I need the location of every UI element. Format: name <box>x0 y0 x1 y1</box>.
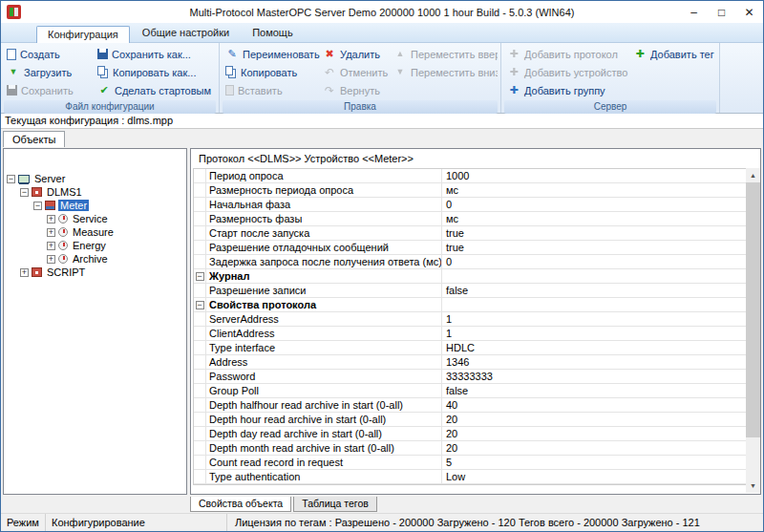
property-row[interactable]: Password33333333 <box>194 370 746 384</box>
property-value[interactable]: true <box>442 227 746 239</box>
property-row[interactable]: Type interfaceHDLC <box>194 341 746 355</box>
ribbon-button: Добавить устройство <box>504 63 630 81</box>
scrollbar-thumb[interactable] <box>746 182 760 437</box>
expand-icon[interactable]: + <box>47 255 55 264</box>
tree-item-script[interactable]: +SCRIPT <box>4 266 186 279</box>
property-row[interactable]: Depth day read archive in start (0-all)2… <box>194 427 746 441</box>
tree-item-meter[interactable]: −Meter <box>4 199 186 212</box>
property-row[interactable]: Разрешение записиfalse <box>194 284 746 298</box>
ribbon-button[interactable]: Копировать как... <box>95 63 216 81</box>
close-icon[interactable]: ✕ <box>735 1 763 23</box>
property-row[interactable]: Depth hour read archive in start (0-all)… <box>194 413 746 427</box>
expand-icon[interactable]: + <box>47 228 55 237</box>
property-row[interactable]: Размерность фазымс <box>194 212 746 226</box>
property-row[interactable]: Depth halfhour read archive in start (0-… <box>194 398 746 413</box>
tree-item-archive[interactable]: +Archive <box>4 252 186 266</box>
ribbon-group-1: ПереименоватьУдалитьПереместить вверхКоп… <box>220 43 501 113</box>
scroll-up-icon[interactable]: ▲ <box>746 168 760 182</box>
row-gutter <box>194 355 206 369</box>
bottom-tab-1[interactable]: Таблица тегов <box>293 497 377 512</box>
row-gutter <box>194 198 206 211</box>
expand-icon[interactable]: + <box>47 215 55 223</box>
ribbon-button[interactable]: Переименовать <box>223 45 320 63</box>
property-value[interactable]: 0 <box>442 256 746 267</box>
ribbon-button-label: Переименовать <box>243 49 320 60</box>
protocol-icon <box>32 187 42 197</box>
property-panel-header: Протокол <<DLMS>> Устройство <<Meter>> <box>191 149 760 168</box>
property-value[interactable]: 1 <box>442 328 746 339</box>
property-value[interactable]: HDLC <box>442 342 746 353</box>
property-value[interactable]: 20 <box>442 428 746 439</box>
vertical-scrollbar[interactable]: ▲ ▼ <box>746 168 760 493</box>
row-gutter <box>194 312 206 326</box>
tab-objects[interactable]: Объекты <box>3 131 65 147</box>
property-row[interactable]: Count read record in request5 <box>194 456 746 470</box>
property-row[interactable]: Начальная фаза0 <box>194 198 746 212</box>
tree-item-service[interactable]: +Service <box>4 212 186 225</box>
property-row[interactable]: Старт после запускаtrue <box>194 226 746 241</box>
property-value[interactable]: true <box>442 242 746 253</box>
main-area: −Server−DLMS1−Meter+Service+Measure+Ener… <box>1 147 763 497</box>
ribbon-button[interactable]: Сделать стартовым <box>95 81 216 99</box>
ribbon-button[interactable]: Сохранить как... <box>95 45 216 63</box>
menu-tab-0[interactable]: Конфигурация <box>36 26 130 43</box>
tree-item-dlms1[interactable]: −DLMS1 <box>4 185 186 199</box>
property-value[interactable]: мс <box>442 184 746 196</box>
ribbon-button[interactable]: Создать <box>4 45 95 63</box>
property-value[interactable]: 20 <box>442 442 746 454</box>
ribbon-button[interactable]: Удалить <box>320 45 391 63</box>
ribbon-button[interactable]: Копировать <box>223 63 320 81</box>
property-value[interactable]: 1346 <box>442 356 746 368</box>
property-value[interactable]: false <box>442 285 746 296</box>
property-value[interactable]: 20 <box>442 414 746 425</box>
ribbon-button[interactable]: Загрузить <box>4 63 95 81</box>
property-row[interactable]: Разрешение отладочных сообщенийtrue <box>194 241 746 255</box>
property-row[interactable]: Address1346 <box>194 355 746 370</box>
property-value[interactable]: 5 <box>442 457 746 468</box>
property-row[interactable]: Depth month read archive in start (0-all… <box>194 441 746 456</box>
property-value[interactable]: 1000 <box>442 170 746 181</box>
scrollbar-track[interactable] <box>746 182 760 479</box>
window-title: Multi-Protocol MasterOPC Server Demo 200… <box>1 7 763 18</box>
property-value[interactable]: Low <box>442 471 746 482</box>
property-group-row[interactable]: −Журнал <box>194 269 746 284</box>
property-row[interactable]: Type authenticationLow <box>194 470 746 484</box>
row-gutter <box>194 284 206 297</box>
property-group-row[interactable]: −Свойства протокола <box>194 298 746 312</box>
collapse-icon[interactable]: − <box>196 301 204 309</box>
scroll-down-icon[interactable]: ▼ <box>746 479 760 493</box>
property-row[interactable]: Задержка запроса после получения ответа … <box>194 255 746 269</box>
ribbon-button[interactable]: Добавить группу <box>504 81 630 99</box>
property-value[interactable]: 0 <box>442 199 746 210</box>
collapse-icon[interactable]: − <box>7 175 15 183</box>
menu-tab-1[interactable]: Общие настройки <box>132 25 240 42</box>
tree-item-measure[interactable]: +Measure <box>4 225 186 239</box>
ribbon-button-label: Вернуть <box>340 85 380 96</box>
delete-icon <box>323 48 336 60</box>
expand-icon[interactable]: + <box>20 268 29 277</box>
property-value[interactable]: мс <box>442 213 746 224</box>
property-value[interactable]: 1 <box>442 313 746 325</box>
ribbon-button[interactable]: Добавить тег <box>630 45 716 63</box>
minimize-icon[interactable]: – <box>680 1 708 23</box>
tree-item-server[interactable]: −Server <box>4 172 186 185</box>
ribbon-group-label: Сервер <box>504 100 716 114</box>
property-name: Размерность фазы <box>206 212 442 225</box>
tree-item-label: Energy <box>71 240 108 251</box>
property-row[interactable]: Период опроса1000 <box>194 169 746 183</box>
collapse-icon[interactable]: − <box>20 188 29 197</box>
maximize-icon[interactable]: □ <box>708 1 735 23</box>
menu-tab-2[interactable]: Помощь <box>242 25 304 42</box>
property-row[interactable]: ServerAddress1 <box>194 312 746 327</box>
expand-icon[interactable]: + <box>47 242 55 250</box>
property-row[interactable]: ClientAddress1 <box>194 327 746 341</box>
property-row[interactable]: Размерность периода опросамс <box>194 183 746 198</box>
property-value[interactable]: 40 <box>442 399 746 411</box>
collapse-icon[interactable]: − <box>33 202 42 210</box>
bottom-tab-0[interactable]: Свойства объекта <box>190 497 291 512</box>
property-row[interactable]: Group Pollfalse <box>194 384 746 398</box>
tree-item-energy[interactable]: +Energy <box>4 239 186 252</box>
collapse-icon[interactable]: − <box>196 272 204 281</box>
property-value[interactable]: false <box>442 385 746 396</box>
property-value[interactable]: 33333333 <box>442 371 746 382</box>
